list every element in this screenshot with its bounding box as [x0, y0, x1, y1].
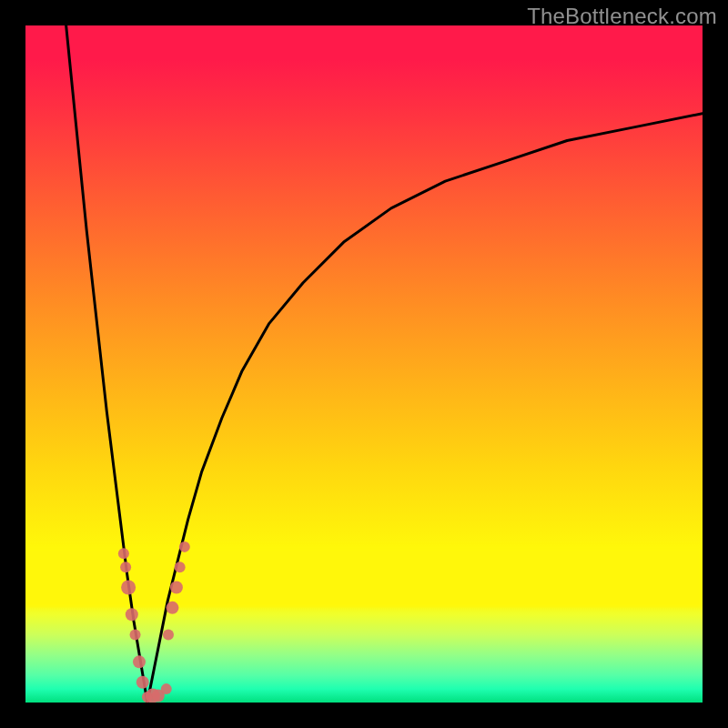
watermark-text: TheBottleneck.com	[527, 4, 717, 29]
marker-point	[121, 581, 136, 595]
curve-layer	[25, 25, 703, 703]
curve-right-branch	[147, 114, 703, 703]
marker-point	[136, 676, 149, 689]
chart-frame: TheBottleneck.com	[0, 0, 728, 728]
marker-point	[120, 561, 131, 572]
marker-point	[161, 683, 172, 694]
marker-point	[163, 630, 174, 641]
marker-point	[118, 548, 129, 559]
bottleneck-curve	[66, 25, 703, 703]
marker-point	[170, 581, 183, 594]
marker-point	[166, 602, 178, 614]
marker-point	[175, 561, 186, 572]
marker-point	[126, 608, 138, 621]
marker-point	[133, 655, 146, 668]
marker-point	[179, 541, 190, 552]
data-markers	[118, 541, 190, 703]
plot-area	[25, 25, 703, 703]
curve-left-branch	[66, 25, 147, 703]
marker-point	[130, 630, 141, 641]
